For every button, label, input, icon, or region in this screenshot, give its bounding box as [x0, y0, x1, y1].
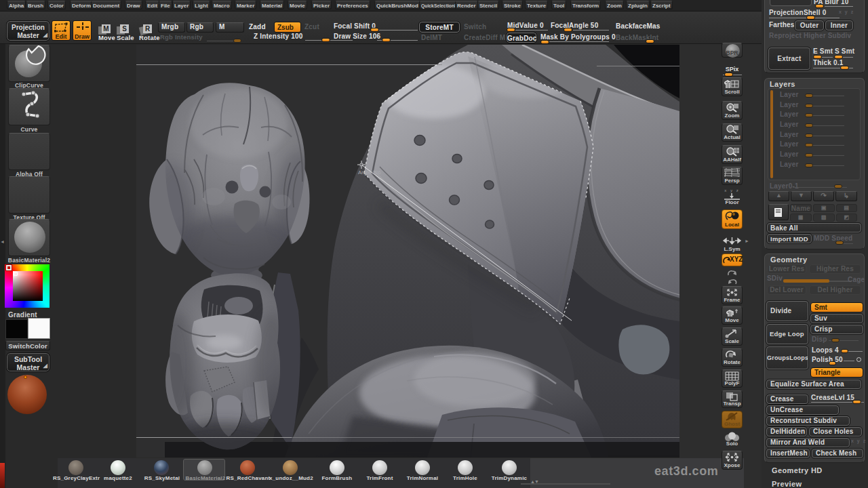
svg-text:Angle:306: Angle:306 [358, 169, 381, 176]
